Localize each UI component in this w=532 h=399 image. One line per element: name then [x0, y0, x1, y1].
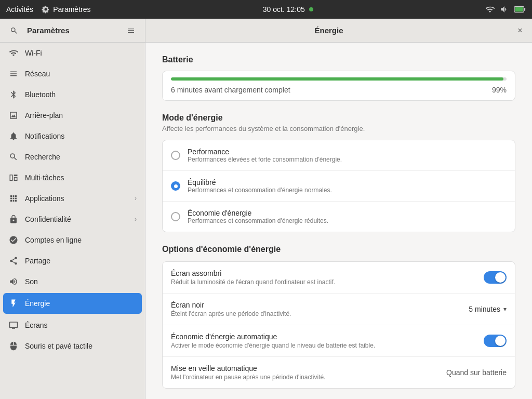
battery-percent-label: 99% [492, 86, 507, 94]
battery-status-text: 6 minutes avant chargement complet [171, 86, 290, 94]
topbar-center: 30 oct. 12:05 [263, 5, 313, 14]
chevron-right-icon: › [135, 195, 137, 202]
gear-icon [42, 5, 50, 14]
option-veille-auto: Mise en veille automatique Met l'ordinat… [163, 357, 515, 388]
sidebar-item-multi-taches[interactable]: Multi-tâches [0, 167, 145, 188]
notification-dot [309, 7, 313, 11]
radio-text-performance: Performance Performances élevées et fort… [188, 148, 342, 163]
multitask-icon [8, 172, 19, 183]
sidebar-item-label: Arrière-plan [25, 111, 63, 119]
option-text-veille-auto: Mise en veille automatique Met l'ordinat… [171, 364, 325, 381]
sidebar-item-energie[interactable]: Énergie [3, 293, 142, 314]
sidebar-item-confidentialite[interactable]: Confidentialité › [0, 209, 145, 230]
main-layout: Wi-Fi Réseau Bluetooth Arrière-plan [0, 43, 532, 399]
sidebar-item-label: Recherche [25, 153, 60, 161]
sidebar-item-label: Écrans [25, 321, 48, 329]
volume-icon [500, 5, 509, 14]
page-title: Énergie [314, 26, 343, 35]
static-value-veille-auto: Quand sur batterie [446, 368, 507, 377]
hamburger-button[interactable] [123, 23, 139, 38]
sidebar-item-son[interactable]: Son [0, 271, 145, 292]
sidebar-item-arriere-plan[interactable]: Arrière-plan [0, 105, 145, 126]
toggle-knob [495, 336, 506, 346]
header-bar: Paramètres Énergie × [0, 19, 532, 43]
settings-topbar-button[interactable]: Paramètres [42, 5, 90, 14]
option-desc-ecran-assombri: Réduit la luminosité de l'écran quand l'… [171, 278, 335, 286]
mouse-icon [8, 341, 19, 351]
battery-icon [514, 5, 526, 14]
activities-button[interactable]: Activités [6, 5, 33, 14]
sidebar-item-label: Confidentialité [25, 215, 71, 223]
sidebar-item-label: Wi-Fi [25, 49, 42, 57]
sidebar-item-label: Souris et pavé tactile [25, 342, 92, 350]
sidebar-header-title: Paramètres [27, 26, 118, 35]
mode-equilibre[interactable]: Équilibré Performances et consommation d… [163, 171, 515, 202]
toggle-knob [495, 272, 506, 283]
sidebar-item-wifi[interactable]: Wi-Fi [0, 43, 145, 63]
option-label-veille-auto: Mise en veille automatique [171, 364, 325, 373]
sidebar-item-comptes[interactable]: Comptes en ligne [0, 230, 145, 250]
mode-performance[interactable]: Performance Performances élevées et fort… [163, 140, 515, 171]
radio-circle-performance [171, 151, 180, 160]
radio-label-performance: Performance [188, 148, 342, 156]
svg-rect-2 [515, 7, 523, 11]
option-economie-auto: Économie d'énergie automatique Activer l… [163, 325, 515, 357]
energy-icon [8, 298, 19, 309]
sidebar-item-content: Applications [8, 193, 64, 204]
option-text-ecran-assombri: Écran assombri Réduit la luminosité de l… [171, 269, 335, 286]
close-button[interactable]: × [512, 23, 528, 38]
option-ecran-noir: Écran noir Éteint l'écran après une péri… [163, 294, 515, 325]
option-label-ecran-noir: Écran noir [171, 301, 291, 309]
topbar-left: Activités Paramètres [6, 5, 90, 14]
sidebar: Wi-Fi Réseau Bluetooth Arrière-plan [0, 43, 145, 399]
battery-info: 6 minutes avant chargement complet 99% [163, 81, 515, 100]
radio-desc-performance: Performances élevées et forte consommati… [188, 156, 342, 163]
sidebar-item-recherche[interactable]: Recherche [0, 147, 145, 167]
radio-circle-equilibre [171, 181, 180, 191]
option-text-ecran-noir: Écran noir Éteint l'écran après une péri… [171, 301, 291, 317]
sidebar-item-bluetooth[interactable]: Bluetooth [0, 84, 145, 105]
sidebar-item-label: Partage [25, 257, 50, 265]
sidebar-item-label: Comptes en ligne [25, 236, 82, 244]
sidebar-item-notifications[interactable]: Notifications [0, 126, 145, 147]
radio-circle-economie [171, 212, 180, 221]
sidebar-item-partage[interactable]: Partage [0, 250, 145, 271]
toggle-ecran-assombri[interactable] [484, 271, 507, 284]
toggle-economie-auto[interactable] [484, 335, 507, 347]
mode-title: Mode d'énergie [162, 113, 515, 123]
sidebar-item-label: Notifications [25, 132, 64, 140]
topbar-datetime: 30 oct. 12:05 [263, 5, 305, 14]
battery-section-title: Batterie [162, 55, 515, 64]
chevron-right-icon: › [135, 216, 137, 223]
search-icon [10, 26, 18, 35]
options-card: Écran assombri Réduit la luminosité de l… [162, 261, 515, 389]
sidebar-item-reseau[interactable]: Réseau [0, 63, 145, 84]
chevron-down-icon: ▾ [503, 305, 507, 313]
option-desc-veille-auto: Met l'ordinateur en pause après une péri… [171, 374, 325, 381]
option-label-economie-auto: Économie d'énergie automatique [171, 332, 375, 341]
sidebar-item-ecrans[interactable]: Écrans [0, 315, 145, 336]
dropdown-ecran-noir[interactable]: 5 minutes ▾ [469, 305, 507, 313]
sidebar-item-applications[interactable]: Applications › [0, 188, 145, 209]
battery-card: 6 minutes avant chargement complet 99% [162, 71, 515, 101]
sidebar-item-souris[interactable]: Souris et pavé tactile [0, 336, 145, 356]
sound-icon [8, 276, 19, 287]
search-sidebar-icon [8, 152, 19, 162]
share-icon [8, 256, 19, 266]
sidebar-item-label: Bluetooth [25, 90, 56, 99]
sidebar-item-content: Confidentialité [8, 214, 71, 224]
search-button[interactable] [6, 23, 22, 38]
radio-text-equilibre: Équilibré Performances et consommation d… [188, 178, 332, 194]
topbar: Activités Paramètres 30 oct. 12:05 [0, 0, 532, 19]
topbar-right [485, 5, 526, 14]
accounts-icon [8, 235, 19, 245]
header-left: Paramètres [0, 19, 145, 42]
sidebar-item-label: Réseau [25, 70, 50, 78]
svg-rect-1 [524, 8, 525, 11]
radio-desc-equilibre: Performances et consommation d'énergie n… [188, 187, 332, 194]
bluetooth-icon [8, 89, 19, 100]
mode-economie[interactable]: Économie d'énergie Performances et conso… [163, 202, 515, 232]
option-desc-economie-auto: Activer le mode économie d'énergie quand… [171, 342, 375, 349]
background-icon [8, 110, 19, 121]
sidebar-item-label: Applications [25, 194, 64, 203]
